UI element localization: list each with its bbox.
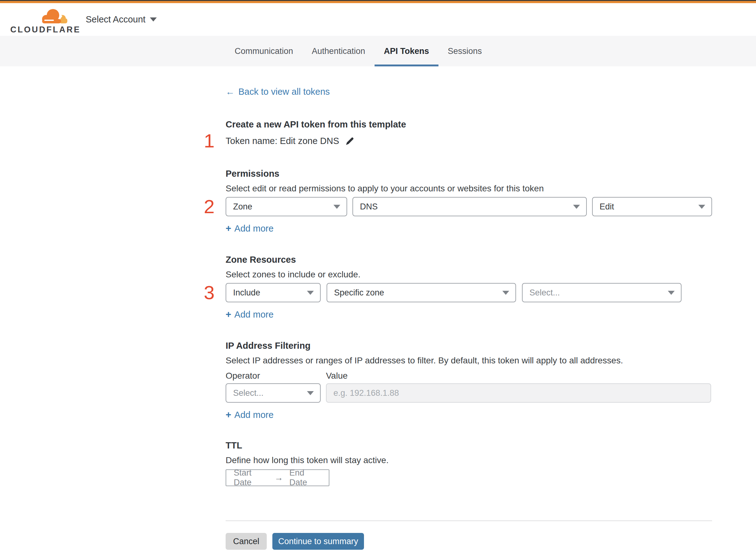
end-date-placeholder: End Date xyxy=(289,468,321,487)
zone-resources-row: 3 Include Specific zone Select... xyxy=(226,283,712,302)
ip-filtering-labels: Operator Value xyxy=(226,371,712,380)
back-link[interactable]: ← Back to view all tokens xyxy=(226,86,330,97)
ip-operator-select[interactable]: Select... xyxy=(226,383,321,403)
continue-button[interactable]: Continue to summary xyxy=(272,533,364,550)
caret-down-icon xyxy=(333,205,340,209)
app-header: CLOUDFLARE Select Account xyxy=(0,3,756,36)
permissions-add-more-link[interactable]: + Add more xyxy=(226,223,273,234)
arrow-right-icon: → xyxy=(274,473,283,483)
ttl-date-range-picker[interactable]: Start Date → End Date xyxy=(226,469,329,486)
brand-wordmark: CLOUDFLARE xyxy=(10,25,68,35)
permissions-heading: Permissions xyxy=(226,168,712,179)
token-name-text: Token name: Edit zone DNS xyxy=(226,136,339,146)
footer-actions: Cancel Continue to summary xyxy=(226,533,712,550)
footer-divider xyxy=(226,520,712,521)
account-selector[interactable]: Select Account xyxy=(86,3,157,36)
zone-mode-select[interactable]: Include xyxy=(226,283,321,302)
tab-label: Sessions xyxy=(448,46,482,56)
tab-label: API Tokens xyxy=(384,46,429,56)
tab-sessions[interactable]: Sessions xyxy=(439,36,492,66)
zone-resources-add-more-link[interactable]: + Add more xyxy=(226,309,273,320)
ttl-heading: TTL xyxy=(226,440,712,451)
zone-resources-heading: Zone Resources xyxy=(226,254,712,265)
ip-filtering-row: Select... xyxy=(226,383,712,403)
operator-label: Operator xyxy=(226,371,326,380)
cancel-button[interactable]: Cancel xyxy=(226,533,267,550)
zone-type-select[interactable]: Specific zone xyxy=(326,283,516,302)
add-more-label: Add more xyxy=(234,309,273,320)
tab-api-tokens[interactable]: API Tokens xyxy=(374,36,439,66)
zone-picker-select[interactable]: Select... xyxy=(522,283,682,302)
ip-filtering-heading: IP Address Filtering xyxy=(226,340,712,351)
caret-down-icon xyxy=(698,205,705,209)
step-number-3: 3 xyxy=(204,283,214,302)
caret-down-icon xyxy=(502,291,509,295)
zone-type-value: Specific zone xyxy=(334,288,384,298)
tab-label: Communication xyxy=(235,46,293,56)
permission-scope-select[interactable]: Zone xyxy=(226,197,347,216)
back-arrow-icon: ← xyxy=(226,86,235,97)
caret-down-icon xyxy=(307,291,314,295)
start-date-placeholder: Start Date xyxy=(234,468,268,487)
back-link-label: Back to view all tokens xyxy=(238,86,330,97)
account-selector-label: Select Account xyxy=(86,14,145,25)
value-label: Value xyxy=(326,371,348,380)
cloudflare-cloud-icon xyxy=(38,7,68,24)
plus-icon: + xyxy=(226,410,231,420)
permission-service-value: DNS xyxy=(360,202,378,211)
tab-authentication[interactable]: Authentication xyxy=(302,36,374,66)
cloudflare-logo[interactable]: CLOUDFLARE xyxy=(10,7,68,35)
permissions-row: 2 Zone DNS Edit xyxy=(226,197,712,216)
caret-down-icon xyxy=(150,17,157,21)
ip-filtering-add-more-link[interactable]: + Add more xyxy=(226,410,273,420)
ip-filtering-description: Select IP addresses or ranges of IP addr… xyxy=(226,355,712,366)
plus-icon: + xyxy=(226,223,231,234)
add-more-label: Add more xyxy=(234,410,273,420)
zone-picker-placeholder: Select... xyxy=(530,288,560,298)
edit-pencil-icon[interactable] xyxy=(345,136,354,146)
permission-scope-value: Zone xyxy=(233,202,252,211)
tab-bar: Communication Authentication API Tokens … xyxy=(0,36,756,66)
accent-bar xyxy=(0,1,756,3)
permission-access-value: Edit xyxy=(600,202,614,211)
permissions-description: Select edit or read permissions to apply… xyxy=(226,183,712,194)
token-name-row: 1 Token name: Edit zone DNS xyxy=(226,133,712,148)
ip-value-input[interactable] xyxy=(326,383,711,403)
main-content: ← Back to view all tokens Create a new A… xyxy=(226,66,712,550)
caret-down-icon xyxy=(573,205,580,209)
permission-access-select[interactable]: Edit xyxy=(592,197,712,216)
step-number-1: 1 xyxy=(204,131,214,150)
zone-mode-value: Include xyxy=(233,288,260,298)
ip-operator-placeholder: Select... xyxy=(233,388,264,398)
tab-communication[interactable]: Communication xyxy=(225,36,302,66)
tab-label: Authentication xyxy=(312,46,365,56)
zone-resources-description: Select zones to include or exclude. xyxy=(226,269,712,280)
add-more-label: Add more xyxy=(234,223,273,234)
step-number-2: 2 xyxy=(204,197,214,216)
caret-down-icon xyxy=(668,291,675,295)
ttl-description: Define how long this token will stay act… xyxy=(226,455,712,466)
caret-down-icon xyxy=(307,391,314,395)
plus-icon: + xyxy=(226,309,231,320)
create-token-heading: Create a new API token from this templat… xyxy=(226,119,712,130)
permission-service-select[interactable]: DNS xyxy=(352,197,587,216)
